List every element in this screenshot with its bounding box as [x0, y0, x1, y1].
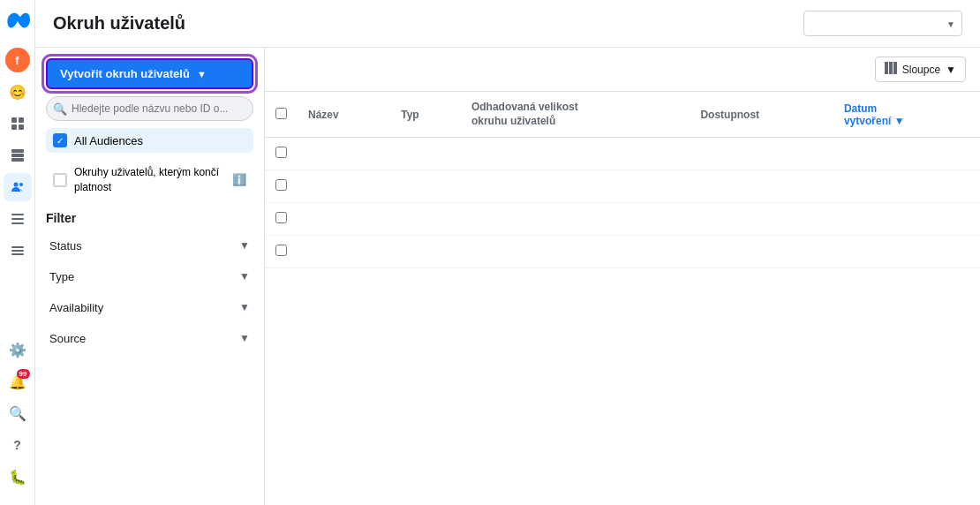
svg-rect-2	[11, 124, 17, 130]
top-header: Okruh uživatelů	[35, 0, 980, 48]
bug-icon[interactable]: 🐛	[4, 463, 32, 491]
notifications-icon[interactable]: 🔔 99	[4, 367, 32, 396]
page-title: Okruh uživatelů	[53, 13, 803, 34]
row-name-cell	[298, 203, 390, 236]
nav-emoji-icon[interactable]: 😊	[4, 78, 32, 106]
row-checkbox[interactable]	[275, 179, 287, 191]
all-audiences-check: ✓	[53, 133, 67, 147]
row-checkbox[interactable]	[275, 147, 287, 158]
svg-rect-10	[11, 218, 24, 220]
row-type-cell	[390, 236, 461, 268]
header-dropdown[interactable]	[803, 11, 962, 36]
row-created-cell	[833, 138, 980, 170]
th-type-label: Typ	[401, 109, 418, 121]
table-row	[265, 236, 980, 268]
svg-rect-14	[11, 253, 24, 255]
info-icon: ℹ️	[232, 173, 246, 186]
expiring-audiences-label: Okruhy uživatelů, kterým končí platnost	[74, 165, 225, 195]
header-dropdown-wrap	[803, 11, 962, 36]
notification-badge: 99	[17, 369, 30, 379]
select-all-checkbox[interactable]	[275, 108, 287, 119]
row-type-cell	[390, 203, 461, 236]
svg-rect-11	[11, 222, 24, 224]
table-header-row: Název Typ Odhadovaná velikostokruhu uživ…	[265, 92, 980, 138]
nav-bar: f 😊 ⚙️ 🔔 99 🔍 ? 🐛	[0, 0, 35, 505]
svg-rect-17	[893, 62, 897, 74]
row-check-cell[interactable]	[265, 138, 298, 170]
table-area: Sloupce ▼ Název	[265, 48, 980, 505]
create-button-label: Vytvořit okruh uživatelů	[60, 67, 190, 80]
filter-type[interactable]: Type ▼	[46, 265, 253, 289]
columns-chevron-icon: ▼	[946, 64, 956, 76]
create-button-arrow: ▼	[197, 69, 207, 79]
row-size-cell	[461, 138, 690, 170]
th-size[interactable]: Odhadovaná velikostokruhu uživatelů	[461, 92, 690, 138]
svg-rect-5	[11, 154, 24, 157]
nav-grid-icon[interactable]	[4, 109, 32, 138]
th-availability-label: Dostupnost	[700, 109, 759, 121]
main-content: Okruh uživatelů Vytvořit okruh uživatelů…	[35, 0, 980, 505]
row-created-cell	[833, 203, 980, 236]
table-body	[265, 138, 980, 268]
row-check-cell[interactable]	[265, 170, 298, 203]
row-created-cell	[833, 236, 980, 268]
th-name[interactable]: Název	[298, 92, 390, 138]
th-created-sort-icon: ▼	[894, 115, 905, 127]
search-icon[interactable]: 🔍	[4, 399, 32, 427]
svg-rect-4	[11, 149, 24, 153]
filter-title: Filter	[46, 207, 253, 227]
nav-bottom: ⚙️ 🔔 99 🔍 ? 🐛	[4, 335, 32, 498]
help-icon[interactable]: ?	[4, 431, 32, 459]
row-availability-cell	[690, 236, 833, 268]
svg-rect-15	[885, 62, 888, 74]
th-select-all[interactable]	[265, 92, 298, 138]
nav-menu-icon[interactable]	[4, 237, 32, 265]
nav-people-icon[interactable]	[4, 173, 32, 201]
row-name-cell	[298, 138, 390, 170]
filter-status[interactable]: Status ▼	[46, 234, 253, 258]
th-created-label: Datumvytvoření	[844, 102, 891, 127]
create-audience-button[interactable]: Vytvořit okruh uživatelů ▼	[46, 58, 253, 89]
row-check-cell[interactable]	[265, 236, 298, 268]
expiring-audiences-checkbox	[53, 173, 67, 187]
meta-logo	[4, 7, 32, 35]
filter-source-chevron: ▼	[239, 332, 250, 344]
th-availability[interactable]: Dostupnost	[690, 92, 833, 138]
columns-button-label: Sloupce	[902, 64, 940, 76]
row-check-cell[interactable]	[265, 203, 298, 236]
row-size-cell	[461, 170, 690, 203]
table-scroll[interactable]: Název Typ Odhadovaná velikostokruhu uživ…	[265, 92, 980, 505]
row-checkbox[interactable]	[275, 245, 287, 256]
columns-button[interactable]: Sloupce ▼	[875, 57, 966, 82]
search-wrap: 🔍	[46, 96, 253, 121]
filter-source[interactable]: Source ▼	[46, 327, 253, 350]
th-type[interactable]: Typ	[390, 92, 461, 138]
row-type-cell	[390, 138, 461, 170]
svg-rect-13	[11, 250, 24, 252]
nav-list-icon[interactable]	[4, 205, 32, 233]
filter-availability[interactable]: Availability ▼	[46, 296, 253, 320]
all-audiences-option[interactable]: ✓ All Audiences	[46, 128, 253, 153]
settings-icon[interactable]: ⚙️	[4, 335, 32, 364]
svg-rect-16	[889, 62, 893, 74]
nav-layers-icon[interactable]	[4, 141, 32, 170]
nav-avatar[interactable]: f	[4, 46, 32, 74]
search-magnify-icon: 🔍	[53, 102, 67, 116]
svg-rect-12	[11, 246, 24, 248]
row-size-cell	[461, 203, 690, 236]
svg-rect-0	[11, 117, 17, 123]
filter-status-chevron: ▼	[239, 239, 250, 252]
th-created[interactable]: Datumvytvoření ▼	[833, 92, 980, 138]
sidebar-panel: Vytvořit okruh uživatelů ▼ 🔍 ✓ All Audie…	[35, 48, 265, 505]
columns-grid-icon	[885, 62, 897, 77]
row-availability-cell	[690, 170, 833, 203]
search-input[interactable]	[46, 96, 253, 121]
svg-rect-9	[11, 214, 24, 215]
th-size-label: Odhadovaná velikostokruhu uživatelů	[471, 101, 578, 127]
expiring-audiences-option[interactable]: Okruhy uživatelů, kterým končí platnost …	[46, 160, 253, 200]
content-area: Vytvořit okruh uživatelů ▼ 🔍 ✓ All Audie…	[35, 48, 980, 505]
svg-rect-3	[19, 124, 24, 130]
row-availability-cell	[690, 203, 833, 236]
row-checkbox[interactable]	[275, 212, 287, 223]
table-row	[265, 138, 980, 170]
